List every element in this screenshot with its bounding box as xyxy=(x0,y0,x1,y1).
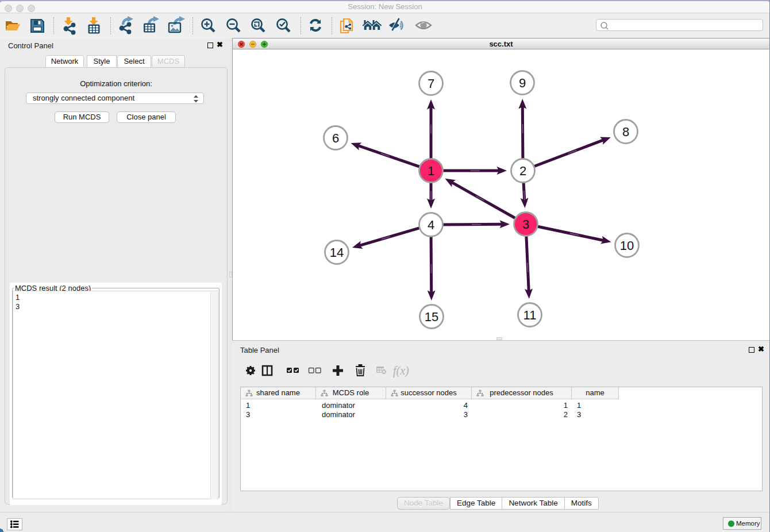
svg-text:9: 9 xyxy=(519,76,526,90)
svg-text:3: 3 xyxy=(522,217,529,232)
svg-text:6: 6 xyxy=(332,131,339,145)
svg-text:15: 15 xyxy=(425,310,438,324)
svg-text:f(x): f(x) xyxy=(393,364,409,377)
svg-text:14: 14 xyxy=(330,245,344,260)
svg-text:10: 10 xyxy=(620,238,634,253)
svg-text:7: 7 xyxy=(428,76,434,91)
svg-text:11: 11 xyxy=(523,308,537,322)
svg-text:2: 2 xyxy=(519,164,526,178)
svg-text:1: 1 xyxy=(428,164,434,178)
svg-text:8: 8 xyxy=(622,125,629,139)
svg-text:4: 4 xyxy=(428,218,434,232)
